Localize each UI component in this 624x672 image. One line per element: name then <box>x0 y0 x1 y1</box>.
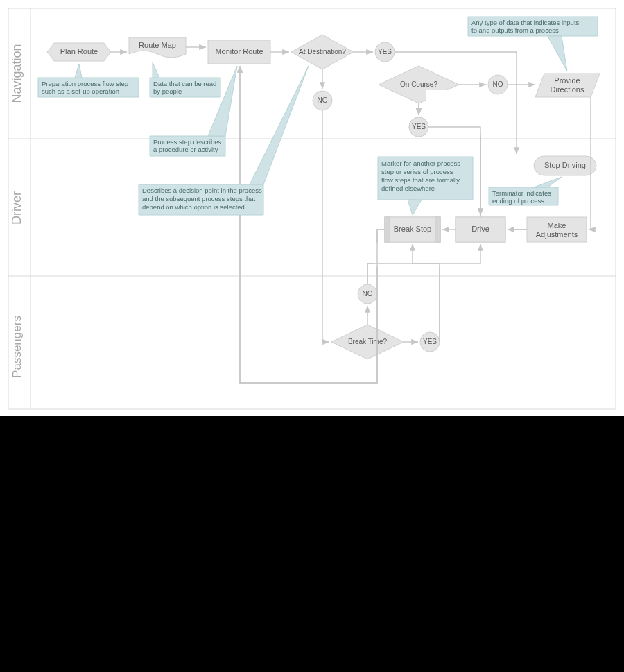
svg-rect-14 <box>435 217 440 242</box>
lane-label-passengers: Passengers <box>10 316 24 378</box>
label-provide-directions-2: Directions <box>551 85 584 94</box>
svg-text:such as a set-up operation: such as a set-up operation <box>42 87 119 95</box>
svg-marker-29 <box>548 36 567 71</box>
svg-text:step or series of process: step or series of process <box>381 168 453 175</box>
svg-text:Terminator indicates: Terminator indicates <box>492 189 551 197</box>
svg-text:defined elsewhere: defined elsewhere <box>381 184 435 192</box>
svg-text:flow steps that are formally: flow steps that are formally <box>381 176 460 184</box>
svg-text:ending of process: ending of process <box>492 197 544 205</box>
lane-label-navigation: Navigation <box>10 44 24 103</box>
svg-text:a procedure or activity: a procedure or activity <box>153 146 218 153</box>
label-stop-driving: Stop Driving <box>544 161 586 169</box>
svg-text:YES: YES <box>412 123 426 130</box>
svg-text:to and outputs from a process: to and outputs from a process <box>471 26 559 34</box>
label-no-3: NO <box>363 290 373 298</box>
svg-marker-35 <box>408 200 422 215</box>
svg-text:Preparation process flow step: Preparation process flow step <box>42 80 128 87</box>
label-at-destination: At Destination? <box>299 48 346 55</box>
svg-text:depend on which option is sele: depend on which option is selected <box>142 203 245 211</box>
svg-rect-6 <box>426 90 489 135</box>
svg-text:Break Stop: Break Stop <box>394 225 431 233</box>
svg-text:Drive: Drive <box>471 225 489 233</box>
label-provide-directions-1: Provide <box>554 76 580 85</box>
svg-rect-0 <box>8 8 616 409</box>
svg-marker-25 <box>250 66 309 184</box>
label-make-adj-2: Adjustments <box>536 230 578 239</box>
svg-text:by people: by people <box>153 87 182 95</box>
svg-text:Data that can be read: Data that can be read <box>153 80 216 87</box>
lane-label-driver: Driver <box>10 191 24 225</box>
svg-text:Any type of data that indicate: Any type of data that indicates inputs <box>471 19 580 26</box>
label-break-time: Break Time? <box>348 338 388 345</box>
label-route-map: Route Map <box>139 41 176 49</box>
label-monitor-route: Monitor Route <box>215 47 263 55</box>
svg-marker-22 <box>208 66 237 136</box>
label-on-course: On Course? <box>400 80 437 88</box>
svg-text:Describes a decision point in : Describes a decision point in the proces… <box>142 187 262 194</box>
label-no-2: NO <box>493 80 503 88</box>
label-no-1: NO <box>318 96 328 104</box>
label-plan-route: Plan Route <box>60 47 98 55</box>
diagram-canvas: Navigation Driver Passengers Plan Route … <box>0 0 624 416</box>
svg-marker-19 <box>153 62 159 78</box>
svg-text:Process step describes: Process step describes <box>153 138 221 146</box>
svg-rect-13 <box>385 217 390 242</box>
label-make-adj-1: Make <box>548 221 566 230</box>
svg-marker-32 <box>534 177 562 187</box>
svg-marker-16 <box>75 64 82 78</box>
svg-text:and the subsequent process ste: and the subsequent process steps that <box>142 195 256 203</box>
label-yes-3: YES <box>423 338 437 345</box>
svg-text:Marker for another process: Marker for another process <box>381 160 460 167</box>
label-yes-1: YES <box>378 48 392 55</box>
